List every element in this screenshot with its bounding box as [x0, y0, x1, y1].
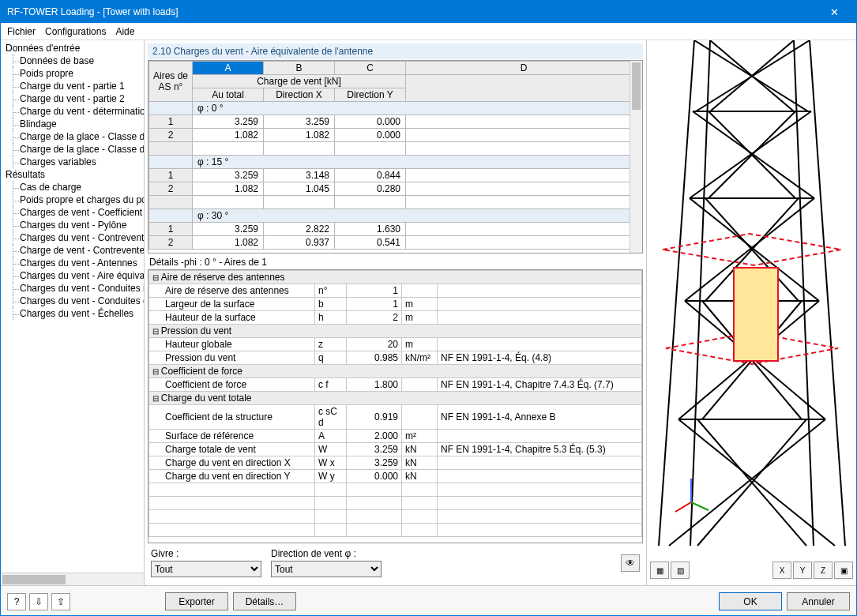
cell[interactable]: 3.259 [193, 169, 264, 182]
cell[interactable]: 3.259 [264, 115, 335, 129]
view-btn-2[interactable]: ▧ [671, 562, 690, 579]
detail-value[interactable]: 1.800 [347, 378, 402, 392]
help-button[interactable]: ? [7, 593, 26, 610]
tree-input-item[interactable]: Charge de la glace - Classe de [6, 130, 142, 143]
col-B-letter[interactable]: B [264, 62, 335, 75]
tree-results-item[interactable]: Charges du vent - Échelles [6, 307, 142, 320]
section-header[interactable]: Charge du vent totale [149, 392, 642, 405]
section-header[interactable]: Aire de réserve des antennes [149, 271, 642, 284]
main-table[interactable]: Aires de AS n° A B C D Charge de vent [k… [148, 60, 643, 254]
cell[interactable]: 0.937 [264, 236, 335, 250]
menu-help[interactable]: Aide [115, 26, 134, 37]
cancel-button[interactable]: Annuler [787, 592, 850, 610]
cell[interactable]: 1.630 [335, 223, 406, 236]
tree-results-item[interactable]: Charges du vent - Conduites de [6, 295, 142, 307]
section-header[interactable]: Pression du vent [149, 325, 642, 338]
cell[interactable]: 0.000 [335, 115, 406, 129]
row-head[interactable]: 1 [149, 223, 193, 236]
detail-value[interactable]: 3.259 [347, 456, 402, 470]
col-A-letter[interactable]: A [193, 62, 264, 75]
row-head[interactable]: 2 [149, 236, 193, 250]
axis-y-button[interactable]: Y [793, 562, 812, 579]
tree-results-root[interactable]: Résultats [6, 168, 142, 181]
render-viewport[interactable]: ▦ ▧ X Y Z ▣ [646, 40, 856, 585]
detail-value[interactable]: 2.000 [347, 430, 402, 443]
cell[interactable]: 0.280 [335, 182, 406, 196]
cell[interactable] [406, 129, 642, 142]
givre-select[interactable]: Tout [151, 561, 261, 577]
tree-input-item[interactable]: Données de base [6, 54, 142, 67]
tree-input-item[interactable]: Charge du vent - partie 1 [6, 80, 142, 92]
iso-button[interactable]: ▣ [834, 562, 853, 579]
detail-value[interactable]: 0.000 [347, 470, 402, 483]
axis-x-button[interactable]: X [772, 562, 791, 579]
view-btn-1[interactable]: ▦ [650, 562, 669, 579]
cell[interactable] [406, 115, 642, 129]
cell[interactable] [406, 223, 642, 236]
row-head[interactable]: 1 [149, 169, 193, 182]
cell[interactable]: 1.082 [193, 236, 264, 250]
detail-value[interactable]: 20 [347, 338, 402, 351]
detail-value[interactable]: 0.985 [347, 351, 402, 365]
cell[interactable]: 2.822 [264, 223, 335, 236]
eye-button[interactable]: 👁 [621, 554, 640, 572]
tool-button-2[interactable]: ⇪ [51, 593, 70, 610]
col-C[interactable]: Direction Y [335, 88, 406, 102]
menu-file[interactable]: Fichier [7, 26, 36, 37]
row-head[interactable]: 2 [149, 182, 193, 196]
col-D-letter[interactable]: D [406, 62, 642, 75]
ok-button[interactable]: OK [719, 592, 782, 610]
tree-results-item[interactable]: Charges du vent - Aire équivale [6, 269, 142, 282]
detail-value[interactable]: 3.259 [347, 443, 402, 456]
row-head[interactable]: 2 [149, 129, 193, 142]
menu-config[interactable]: Configurations [45, 26, 106, 37]
close-icon[interactable]: ✕ [818, 6, 850, 18]
tree-scrollbar-horiz[interactable] [1, 573, 144, 585]
section-header[interactable]: Coefficient de force [149, 365, 642, 378]
detail-value[interactable]: 1 [347, 298, 402, 311]
tree-input-item[interactable]: Charge de la glace - Classe de [6, 143, 142, 156]
tree-results-item[interactable]: Charges du vent - Conduites in [6, 282, 142, 295]
col-B[interactable]: Direction X [264, 88, 335, 102]
cell[interactable] [406, 169, 642, 182]
export-button[interactable]: Exporter [165, 592, 228, 610]
cell[interactable]: 0.844 [335, 169, 406, 182]
tree-input-item[interactable]: Blindage [6, 118, 142, 130]
cell[interactable]: 3.259 [193, 223, 264, 236]
tree-input-root[interactable]: Données d'entrée [6, 42, 142, 54]
cell[interactable]: 1.082 [193, 129, 264, 142]
tree-results-item[interactable]: Charges du vent - Antennes [6, 257, 142, 269]
detail-value[interactable]: 1 [347, 284, 402, 298]
cell[interactable]: 0.000 [335, 129, 406, 142]
details-button[interactable]: Détails… [233, 592, 296, 610]
axis-z-button[interactable]: Z [814, 562, 833, 579]
tree-results-item[interactable]: Charges du vent - Contrevente [6, 231, 142, 244]
details-table[interactable]: Aire de réserve des antennesAire de rése… [148, 269, 643, 543]
tree-results-item[interactable]: Charges du vent - Pylône [6, 219, 142, 231]
tree-results-item[interactable]: Poids propre et charges du poid [6, 193, 142, 206]
table-scrollbar-vert[interactable] [630, 61, 642, 253]
cell[interactable] [406, 182, 642, 196]
tree-input-item[interactable]: Charge du vent - détermination [6, 105, 142, 118]
tree-results-item[interactable]: Charge de vent - Contreventer [6, 244, 142, 257]
tree-results-item[interactable]: Charges de vent - Coefficient d [6, 206, 142, 219]
col-A[interactable]: Au total [193, 88, 264, 102]
cell[interactable]: 0.541 [335, 236, 406, 250]
cell[interactable]: 3.148 [264, 169, 335, 182]
nav-tree[interactable]: Données d'entrée Données de basePoids pr… [1, 40, 145, 585]
col-as[interactable]: Aires de AS n° [149, 62, 193, 102]
cell[interactable]: 1.045 [264, 182, 335, 196]
dir-select[interactable]: Tout [271, 561, 382, 577]
cell[interactable] [406, 236, 642, 250]
tree-input-item[interactable]: Charge du vent - partie 2 [6, 92, 142, 105]
tree-input-item[interactable]: Charges variables [6, 156, 142, 168]
cell[interactable]: 3.259 [193, 115, 264, 129]
detail-value[interactable]: 0.919 [347, 405, 402, 430]
detail-value[interactable]: 2 [347, 311, 402, 325]
tree-results-item[interactable]: Cas de charge [6, 181, 142, 193]
tool-button-1[interactable]: ⇩ [29, 593, 48, 610]
cell[interactable]: 1.082 [193, 182, 264, 196]
tree-input-item[interactable]: Poids propre [6, 67, 142, 80]
cell[interactable]: 1.082 [264, 129, 335, 142]
col-C-letter[interactable]: C [335, 62, 406, 75]
